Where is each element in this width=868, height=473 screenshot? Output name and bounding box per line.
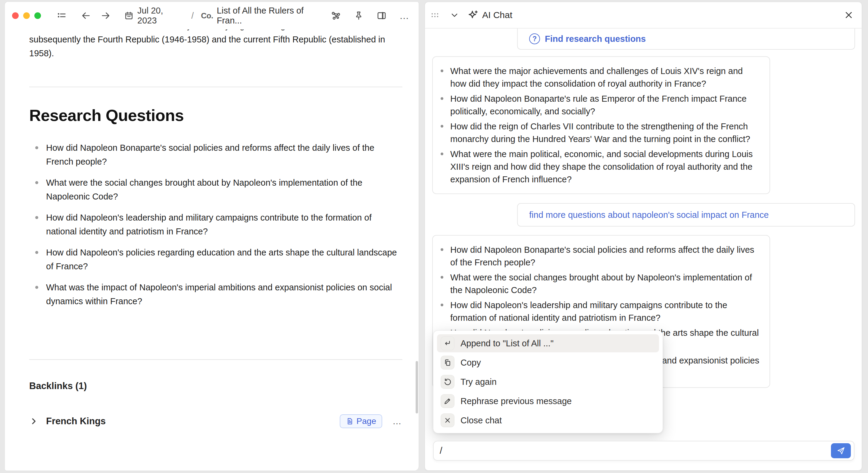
page-button[interactable]: Page — [340, 414, 382, 428]
sidebar-menu-icon[interactable] — [57, 10, 67, 21]
research-questions-list: How did Napoleon Bonaparte's social poli… — [29, 141, 402, 308]
window-controls — [12, 12, 41, 19]
assistant-message-bubble: What were the major achievements and cha… — [432, 56, 770, 194]
back-arrow-icon[interactable] — [81, 10, 91, 21]
section-divider — [29, 87, 402, 87]
chat-list-item: How did Napoleon Bonaparte's rule as Emp… — [437, 92, 761, 117]
backlinks-title: Backlinks (1) — [29, 379, 402, 393]
calendar-icon — [124, 11, 134, 21]
chat-list-item: What were the main political, economic, … — [437, 148, 761, 185]
zoom-window-button[interactable] — [34, 12, 41, 19]
menu-item-close-chat[interactable]: Close chat — [437, 411, 659, 429]
document-icon — [346, 417, 353, 425]
menu-item-try-again[interactable]: Try again — [437, 373, 659, 391]
menu-item-label: Copy — [461, 358, 481, 368]
main-window-left-pane: Jul 20, 2023 / Co. List of All the Ruler… — [5, 2, 418, 471]
drag-handle-icon[interactable] — [430, 11, 440, 19]
minimize-window-button[interactable] — [23, 12, 30, 19]
chat-list-item: What were the social changes brought abo… — [437, 271, 761, 296]
chat-list-item: What were the major achievements and cha… — [437, 65, 761, 90]
question-circle-icon: ? — [529, 33, 540, 44]
menu-item-label: Rephrase previous message — [461, 396, 571, 406]
list-item[interactable]: What was the impact of Napoleon's imperi… — [29, 280, 402, 308]
left-pane-scrollbar[interactable] — [415, 361, 418, 413]
backlink-page-link[interactable]: French Kings — [46, 414, 106, 428]
list-item[interactable]: How did Napoleon's policies regarding ed… — [29, 245, 402, 273]
document-content: which lasted until 1940. It was followed… — [29, 19, 402, 429]
right-sidebar-toggle-icon[interactable] — [376, 10, 387, 21]
send-button[interactable] — [831, 443, 851, 458]
pencil-icon — [441, 394, 455, 408]
ai-chat-header: AI Chat — [425, 2, 862, 29]
ai-chat-panel: AI Chat ? Find research questions What w… — [425, 2, 862, 471]
user-message-text: find more questions about napoleon's soc… — [529, 208, 769, 221]
user-message-bubble: ? Find research questions — [517, 29, 855, 49]
retry-icon — [441, 375, 455, 389]
backlink-more-icon[interactable]: … — [393, 414, 402, 428]
breadcrumb-page-title[interactable]: List of All the Rulers of Fran... — [217, 6, 331, 26]
backlinks-divider — [29, 359, 402, 360]
message-context-menu: Append to "List of All ..." Copy Try aga… — [433, 330, 663, 433]
menu-item-rephrase[interactable]: Rephrase previous message — [437, 392, 659, 410]
chat-input-value: / — [440, 445, 442, 456]
backlink-row: French Kings Page … — [29, 414, 402, 429]
menu-item-label: Try again — [461, 377, 497, 387]
chat-list-item: How did Napoleon Bonaparte's social poli… — [437, 243, 761, 269]
copy-icon — [441, 356, 455, 370]
window-toolbar: Jul 20, 2023 / Co. List of All the Ruler… — [5, 2, 418, 30]
user-message-bubble: find more questions about napoleon's soc… — [517, 203, 855, 227]
collapse-chevron-icon[interactable] — [450, 10, 459, 20]
graph-view-icon[interactable] — [331, 10, 341, 21]
append-return-icon — [441, 336, 455, 350]
chat-list-item: How did Napoleon's leadership and milita… — [437, 299, 761, 324]
toolbar-right-actions: … — [331, 10, 410, 21]
close-window-button[interactable] — [12, 12, 19, 19]
list-item[interactable]: What were the social changes brought abo… — [29, 176, 402, 203]
breadcrumb-separator: / — [191, 11, 194, 21]
ai-chat-title: AI Chat — [482, 10, 512, 20]
page-type-icon: Co. — [201, 11, 213, 21]
menu-item-copy[interactable]: Copy — [437, 353, 659, 372]
menu-item-append[interactable]: Append to "List of All ..." — [437, 334, 659, 352]
menu-item-label: Close chat — [461, 415, 502, 426]
close-chat-panel-icon[interactable] — [844, 10, 853, 20]
chat-list-item: How did the reign of Charles VII contrib… — [437, 120, 761, 145]
list-item[interactable]: How did Napoleon Bonaparte's social poli… — [29, 141, 402, 169]
page-button-label: Page — [356, 416, 376, 426]
journal-date-link[interactable]: Jul 20, 2023 — [137, 6, 185, 26]
user-message-text: Find research questions — [545, 33, 646, 45]
close-x-icon — [441, 413, 455, 427]
list-item[interactable]: How did Napoleon's leadership and milita… — [29, 211, 402, 238]
more-options-icon[interactable]: … — [399, 14, 410, 17]
menu-item-label: Append to "List of All ..." — [461, 338, 554, 348]
chevron-right-icon[interactable] — [29, 417, 38, 426]
page-heading: Research Questions — [29, 106, 402, 125]
ai-sparkle-icon — [467, 9, 478, 21]
chat-input-field[interactable]: / — [433, 441, 855, 461]
pin-icon[interactable] — [353, 10, 364, 21]
forward-arrow-icon[interactable] — [101, 10, 111, 21]
send-paper-plane-icon — [836, 446, 845, 455]
